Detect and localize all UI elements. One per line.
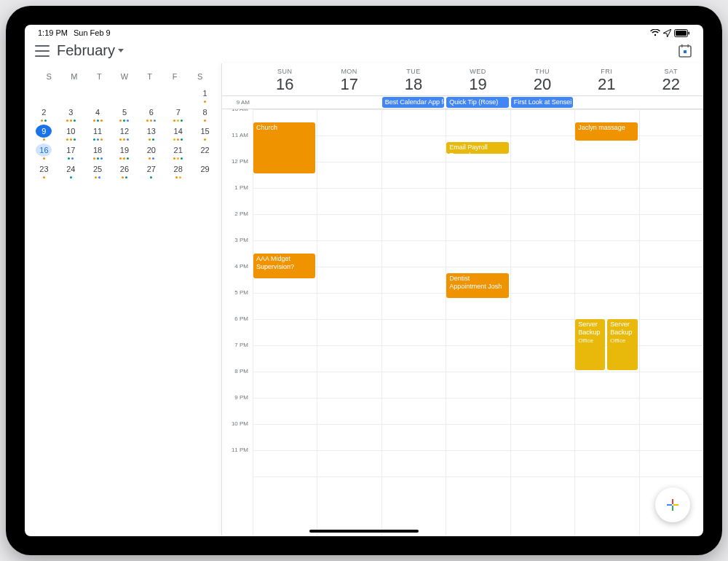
mini-day-number: 12 <box>116 125 132 138</box>
hour-label: 5 PM <box>222 289 253 315</box>
date-number: 19 <box>446 75 510 94</box>
mini-calendar: SMTWTFS 12345678910111213141516171819202… <box>25 63 221 536</box>
screen: 1:19 PM Sun Feb 9 February <box>25 25 703 536</box>
calendar-event[interactable]: Email Payroll Records <box>446 142 508 154</box>
location-icon <box>663 29 671 37</box>
mini-day-number: 10 <box>63 125 79 138</box>
mini-day[interactable]: 18 <box>84 142 111 161</box>
mini-day[interactable]: 10 <box>58 123 84 142</box>
allday-event[interactable]: Best Calendar App fo <box>382 97 444 108</box>
mini-day[interactable]: 6 <box>138 104 165 123</box>
event-title: Server Backup <box>610 321 634 337</box>
mini-day <box>31 85 58 104</box>
mini-day[interactable]: 20 <box>138 142 165 161</box>
home-indicator[interactable] <box>309 530 419 533</box>
hour-label: 1 PM <box>222 184 253 211</box>
mini-day[interactable]: 27 <box>138 161 165 180</box>
hour-label: 11 AM <box>222 132 253 158</box>
mini-day[interactable]: 26 <box>111 161 138 180</box>
mini-day[interactable]: 19 <box>111 142 138 161</box>
hour-label: 10 AM <box>222 109 253 132</box>
mini-day[interactable]: 23 <box>31 161 58 180</box>
hour-label: 9 PM <box>222 394 253 420</box>
mini-day[interactable]: 15 <box>191 123 218 142</box>
mini-day[interactable]: 4 <box>84 104 111 123</box>
svg-rect-2 <box>689 31 690 34</box>
hour-label: 11 PM <box>222 447 253 473</box>
mini-day[interactable]: 14 <box>165 123 191 142</box>
mini-day[interactable]: 21 <box>165 142 191 161</box>
mini-day[interactable]: 8 <box>191 104 218 123</box>
event-dots <box>119 157 129 160</box>
event-title: Dentist Appointment Josh <box>449 275 505 291</box>
day-header[interactable]: FRI21 <box>574 63 638 95</box>
event-dots <box>119 138 129 141</box>
day-header[interactable]: TUE18 <box>381 63 446 95</box>
mini-day[interactable]: 5 <box>111 104 138 123</box>
menu-icon[interactable] <box>35 45 50 57</box>
day-header[interactable]: SAT22 <box>639 63 703 95</box>
mini-day[interactable]: 12 <box>111 123 138 142</box>
mini-day <box>165 85 191 104</box>
event-dots <box>93 157 103 160</box>
mini-day[interactable]: 11 <box>84 123 111 142</box>
mini-day[interactable]: 2 <box>31 104 58 123</box>
event-dots <box>175 176 181 179</box>
mini-day-number: 18 <box>90 144 106 157</box>
calendar-event[interactable]: Server BackupOffice <box>607 319 637 370</box>
event-title: AAA Midget Supervision? <box>256 255 312 271</box>
month-picker[interactable]: February <box>57 42 124 59</box>
mini-day-number <box>116 87 132 100</box>
mini-day[interactable]: 28 <box>165 161 191 180</box>
dow-label: SUN <box>253 68 317 75</box>
allday-row: 9 AM Best Calendar App foQuick Tip (Rose… <box>222 96 703 109</box>
mini-day[interactable]: 17 <box>58 142 84 161</box>
day-header[interactable]: SUN16 <box>253 63 317 95</box>
mini-day[interactable]: 25 <box>84 161 111 180</box>
date-number: 22 <box>639 75 703 94</box>
mini-day-number: 14 <box>170 125 186 138</box>
time-grid[interactable]: 10 AM11 AM12 PM1 PM2 PM3 PM4 PM5 PM6 PM7… <box>222 109 703 536</box>
date-number: 17 <box>317 75 381 94</box>
dow-label: FRI <box>574 68 638 75</box>
mini-day[interactable]: 24 <box>58 161 84 180</box>
create-event-button[interactable] <box>655 487 690 522</box>
event-dots <box>68 157 74 160</box>
wifi-icon <box>650 29 660 36</box>
mini-day[interactable]: 16 <box>31 142 58 161</box>
mini-day[interactable]: 1 <box>191 85 218 104</box>
hour-label: 2 PM <box>222 211 253 237</box>
mini-day-number: 20 <box>143 144 159 157</box>
day-header[interactable]: MON17 <box>317 63 381 95</box>
calendar-event[interactable]: AAA Midget Supervision? <box>253 254 315 278</box>
calendar-event[interactable]: Church <box>253 122 315 173</box>
mini-day[interactable]: 29 <box>191 161 218 180</box>
mini-day-number: 17 <box>63 144 79 157</box>
mini-day-number: 8 <box>197 106 213 119</box>
mini-day[interactable]: 9 <box>31 123 58 142</box>
event-dots <box>93 138 103 141</box>
date-number: 21 <box>574 75 638 94</box>
mini-day-number: 13 <box>143 125 159 138</box>
event-dots <box>43 157 45 160</box>
day-header[interactable]: THU20 <box>510 63 574 95</box>
event-dots <box>43 176 45 179</box>
mini-day[interactable]: 7 <box>165 104 191 123</box>
hour-label: 12 PM <box>222 158 253 184</box>
calendar-event[interactable]: Server BackupOffice <box>575 319 605 370</box>
mini-day-number: 3 <box>63 106 79 119</box>
mini-day[interactable]: 13 <box>138 123 165 142</box>
mini-day-number: 19 <box>116 144 132 157</box>
mini-day[interactable]: 22 <box>191 142 218 161</box>
day-header[interactable]: WED19 <box>446 63 510 95</box>
allday-event[interactable]: Quick Tip (Rose) <box>446 97 508 108</box>
event-dots <box>122 176 127 179</box>
content: SMTWTFS 12345678910111213141516171819202… <box>25 63 703 536</box>
allday-event[interactable]: First Look at Sensei f <box>511 97 573 108</box>
calendar-event[interactable]: Dentist Appointment Josh <box>446 273 508 298</box>
mini-day[interactable]: 3 <box>58 104 84 123</box>
today-button[interactable] <box>677 43 693 59</box>
mini-day-number <box>90 87 106 100</box>
calendar-event[interactable]: Jaclyn massage <box>575 122 637 141</box>
ipad-frame: 1:19 PM Sun Feb 9 February <box>6 6 722 555</box>
